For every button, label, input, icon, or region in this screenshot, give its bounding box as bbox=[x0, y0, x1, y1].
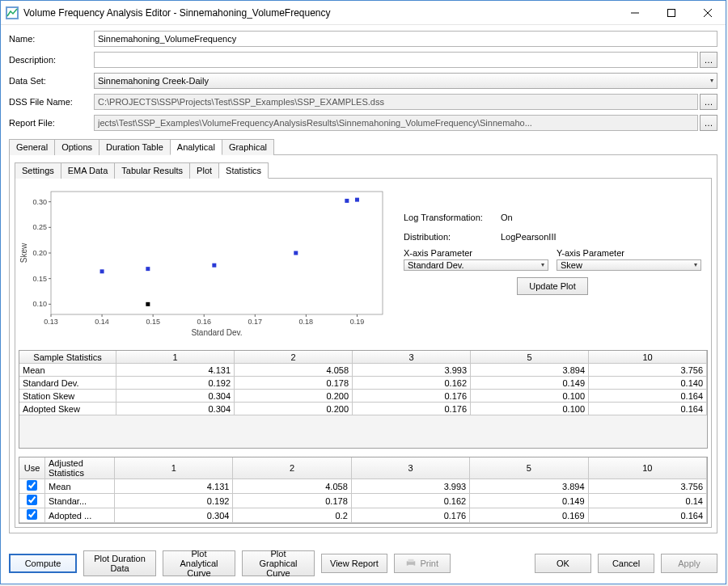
stats-cell: 3.894 bbox=[471, 364, 589, 377]
inner-tab-settings[interactable]: Settings bbox=[15, 162, 61, 179]
ok-button[interactable]: OK bbox=[535, 554, 591, 573]
plot-duration-data-button[interactable]: Plot DurationData bbox=[83, 550, 156, 576]
description-browse-button[interactable]: … bbox=[700, 52, 717, 68]
stats-cell: 0.176 bbox=[353, 390, 471, 403]
stats-cell: 0.178 bbox=[235, 377, 353, 390]
adj-cell[interactable]: 0.164 bbox=[589, 508, 707, 523]
table-row: Standard Dev.0.1920.1780.1620.1490.140 bbox=[19, 377, 707, 390]
svg-text:0.20: 0.20 bbox=[32, 249, 47, 257]
print-label: Print bbox=[420, 559, 438, 568]
table-row: Adopted Skew0.3040.2000.1760.1000.164 bbox=[19, 403, 707, 415]
adj-cell[interactable]: 3.894 bbox=[470, 479, 588, 494]
yparam-select[interactable]: Skew ▾ bbox=[557, 259, 701, 271]
stats-cell: 0.164 bbox=[589, 403, 707, 415]
reportfile-browse-button[interactable]: … bbox=[700, 115, 717, 131]
inner-tab-statistics[interactable]: Statistics bbox=[218, 162, 269, 179]
svg-rect-34 bbox=[146, 267, 150, 271]
adj-row-label: Mean bbox=[45, 479, 115, 494]
dataset-value: Sinnemahoning Creek-Daily bbox=[98, 76, 209, 86]
tab-analytical[interactable]: Analytical bbox=[170, 139, 222, 155]
print-button[interactable]: Print bbox=[394, 554, 451, 573]
use-checkbox[interactable] bbox=[27, 495, 37, 505]
stats-header-label: Sample Statistics bbox=[19, 351, 116, 364]
adj-cell[interactable]: 0.14 bbox=[589, 494, 707, 508]
adj-cell[interactable]: 0.192 bbox=[115, 494, 233, 508]
name-label: Name: bbox=[9, 34, 94, 44]
close-icon bbox=[704, 9, 712, 17]
tab-options[interactable]: Options bbox=[54, 139, 99, 155]
tab-general[interactable]: General bbox=[9, 139, 55, 155]
print-icon bbox=[405, 558, 417, 569]
use-checkbox[interactable] bbox=[27, 480, 37, 491]
dist-value: LogPearsonIII bbox=[501, 232, 557, 242]
adj-cell[interactable]: 0.2 bbox=[233, 508, 351, 523]
minimize-button[interactable] bbox=[616, 1, 653, 25]
sample-statistics-table: Sample Statistics123510Mean4.1314.0583.9… bbox=[19, 350, 708, 449]
svg-text:0.25: 0.25 bbox=[32, 223, 47, 231]
stats-cell: 0.100 bbox=[471, 390, 589, 403]
adj-cell[interactable]: 0.162 bbox=[352, 494, 470, 508]
svg-rect-41 bbox=[408, 559, 414, 563]
svg-text:Skew: Skew bbox=[19, 242, 28, 263]
stats-cell: 0.164 bbox=[589, 390, 707, 403]
inner-tab-tabular-results[interactable]: Tabular Results bbox=[114, 162, 190, 179]
use-checkbox[interactable] bbox=[27, 509, 37, 520]
logtrans-label: Log Transformation: bbox=[404, 213, 501, 222]
dataset-select[interactable]: Sinnemahoning Creek-Daily ▾ bbox=[94, 73, 717, 89]
adj-cell[interactable]: 0.169 bbox=[470, 508, 588, 523]
reportfile-label: Report File: bbox=[9, 118, 94, 128]
compute-button[interactable]: Compute bbox=[9, 554, 77, 573]
inner-tab-plot[interactable]: Plot bbox=[189, 162, 219, 179]
name-input[interactable] bbox=[94, 31, 717, 47]
close-button[interactable] bbox=[689, 1, 726, 25]
svg-rect-39 bbox=[146, 302, 150, 306]
stats-panel: 0.100.150.200.250.300.130.140.150.160.17… bbox=[19, 185, 708, 339]
apply-button[interactable]: Apply bbox=[661, 554, 717, 573]
outer-tabbody: SettingsEMA DataTabular ResultsPlotStati… bbox=[9, 155, 717, 533]
adj-cell[interactable]: 4.131 bbox=[115, 479, 233, 494]
tab-duration-table[interactable]: Duration Table bbox=[99, 139, 171, 155]
yparam-value: Skew bbox=[561, 260, 582, 270]
table-row: Standar...0.1920.1780.1620.1490.14 bbox=[19, 494, 707, 508]
adjusted-statistics-table: UseAdjusted Statistics123510Mean4.1314.0… bbox=[19, 457, 708, 524]
inner-tab-ema-data[interactable]: EMA Data bbox=[61, 162, 116, 179]
maximize-icon bbox=[667, 9, 675, 17]
description-input[interactable] bbox=[94, 52, 698, 68]
yparam-label: Y-axis Parameter bbox=[557, 248, 701, 258]
plot-graphical-curve-button[interactable]: Plot GraphicalCurve bbox=[242, 550, 315, 576]
ellipsis-icon: … bbox=[705, 118, 713, 128]
chevron-down-icon: ▾ bbox=[541, 261, 544, 268]
svg-rect-33 bbox=[100, 269, 104, 273]
view-report-button[interactable]: View Report bbox=[321, 554, 387, 573]
adj-cell[interactable]: 0.149 bbox=[470, 494, 588, 508]
dssfile-browse-button[interactable]: … bbox=[700, 94, 717, 110]
adj-cell[interactable]: 3.993 bbox=[352, 479, 470, 494]
adj-cell[interactable]: 3.756 bbox=[589, 479, 707, 494]
svg-text:0.10: 0.10 bbox=[32, 300, 47, 308]
window-controls bbox=[616, 1, 726, 25]
row-description: Description: … bbox=[9, 51, 717, 69]
xparam-select[interactable]: Standard Dev. ▾ bbox=[404, 259, 548, 271]
svg-text:0.19: 0.19 bbox=[350, 318, 365, 326]
adj-header: 1 bbox=[115, 457, 233, 479]
ellipsis-icon: … bbox=[705, 55, 713, 65]
update-plot-button[interactable]: Update Plot bbox=[517, 277, 587, 295]
svg-text:0.15: 0.15 bbox=[146, 318, 160, 326]
row-dssfile: DSS File Name: … bbox=[9, 93, 717, 111]
row-reportfile: Report File: … bbox=[9, 114, 717, 132]
stats-cell: 0.304 bbox=[116, 403, 235, 415]
cancel-button[interactable]: Cancel bbox=[598, 554, 654, 573]
adj-row-label: Standar... bbox=[45, 494, 115, 508]
maximize-button[interactable] bbox=[653, 1, 689, 25]
adj-cell[interactable]: 0.178 bbox=[233, 494, 351, 508]
adj-header: 2 bbox=[233, 457, 351, 479]
tab-graphical[interactable]: Graphical bbox=[222, 139, 274, 155]
adj-cell[interactable]: 0.304 bbox=[115, 508, 233, 523]
bottom-bar: Compute Plot DurationData Plot Analytica… bbox=[1, 548, 726, 584]
adj-cell[interactable]: 0.176 bbox=[352, 508, 470, 523]
stats-cell: 0.176 bbox=[353, 403, 471, 415]
adj-cell[interactable]: 4.058 bbox=[233, 479, 351, 494]
plot-analytical-curve-button[interactable]: Plot AnalyticalCurve bbox=[163, 550, 235, 576]
svg-text:0.16: 0.16 bbox=[197, 318, 211, 326]
table-row: Mean4.1314.0583.9933.8943.756 bbox=[19, 364, 707, 377]
